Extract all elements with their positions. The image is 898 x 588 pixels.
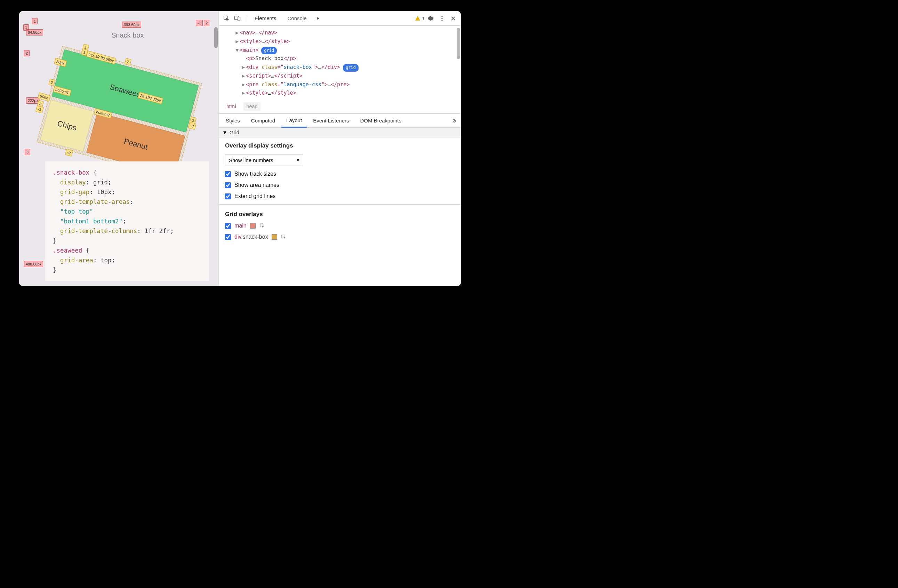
layout-panel-body: Overlay display settings Show line numbe… <box>219 137 461 250</box>
checkbox-label: Show track sizes <box>234 171 276 177</box>
grid-line-number: 2 <box>204 20 209 26</box>
section-grid-header[interactable]: ▼ Grid <box>219 128 461 137</box>
close-icon[interactable] <box>448 14 458 23</box>
checkbox[interactable] <box>225 171 231 177</box>
reveal-node-icon[interactable] <box>281 234 287 240</box>
subtab-dombreak[interactable]: DOM Breakpoints <box>355 114 406 127</box>
grid-line-number: 1 <box>32 18 38 25</box>
grid-line-number-neg: -2 <box>65 149 73 157</box>
overlay-element-name[interactable]: div.snack-box <box>234 234 268 240</box>
css-source: .snack-box { display: grid; grid-gap: 10… <box>45 162 209 281</box>
grid-badge[interactable]: grid <box>261 47 277 55</box>
dom-node[interactable]: ▶<script>…</script> <box>223 72 457 80</box>
overlay-height: 64.80px <box>26 29 43 35</box>
dom-node[interactable]: <p>Snack box</p> <box>223 54 457 63</box>
dom-breadcrumbs: html head <box>219 101 461 114</box>
page-viewport: Snack box 1 393.60px -1 2 1 64.80px 2 22… <box>19 11 218 161</box>
page-title: Snack box <box>111 31 144 39</box>
dom-tree[interactable]: ▶<nav>…</nav> ▶<style>…</style> ▼<main>g… <box>219 26 461 101</box>
grid-line-number-neg: -3 <box>35 105 44 114</box>
overlay-settings-heading: Overlay display settings <box>225 142 455 149</box>
overlay-row-snackbox: div.snack-box <box>225 234 455 240</box>
subtab-layout[interactable]: Layout <box>281 114 307 128</box>
dom-node[interactable]: ▶<pre class="language-css">…</pre> <box>223 80 457 89</box>
devtools-panel: Elements Console 1 ▶<nav>…</nav> ▶< <box>219 11 461 286</box>
check-track-sizes[interactable]: Show track sizes <box>225 171 455 177</box>
chevron-down-icon: ▾ <box>297 157 300 163</box>
grid-line-number: 2 <box>24 50 29 56</box>
scrollbar-thumb[interactable] <box>457 28 460 59</box>
crumb-html[interactable]: html <box>224 102 238 111</box>
line-numbers-select[interactable]: Show line numbers ▾ <box>225 154 303 166</box>
overlay-height: 480.60px <box>24 261 43 267</box>
grid-line-number-neg: -1 <box>196 20 203 26</box>
tab-console[interactable]: Console <box>283 12 312 25</box>
subtab-computed[interactable]: Computed <box>246 114 280 127</box>
grid-item-label: Peanut <box>123 137 149 152</box>
checkbox[interactable] <box>225 182 231 188</box>
overlay-element-name[interactable]: main <box>234 223 247 229</box>
checkbox-label: Show area names <box>234 182 279 188</box>
check-extend-lines[interactable]: Extend grid lines <box>225 193 455 199</box>
checkbox[interactable] <box>225 223 231 229</box>
grid-snackbox: Seaweed Chips Peanut 1 1 top 1fr·96.66px… <box>41 49 199 173</box>
grid-line-number: 3 <box>25 149 30 155</box>
styles-subtabs: Styles Computed Layout Event Listeners D… <box>219 114 461 128</box>
svg-point-3 <box>441 15 442 17</box>
divider <box>219 204 461 205</box>
grid-item-label: Chips <box>56 119 78 133</box>
overlay-width: 393.60px <box>122 22 141 28</box>
color-swatch[interactable] <box>250 223 255 229</box>
grid-badge[interactable]: grid <box>343 64 358 72</box>
color-swatch[interactable] <box>272 234 277 240</box>
more-tabs-icon[interactable] <box>313 14 323 23</box>
checkbox[interactable] <box>225 194 231 199</box>
checkbox[interactable] <box>225 234 231 240</box>
dom-node[interactable]: ▶<style>…</style> <box>223 37 457 46</box>
subtab-styles[interactable]: Styles <box>221 114 245 127</box>
device-toggle-icon[interactable] <box>233 14 242 23</box>
gear-icon[interactable] <box>426 14 436 23</box>
overlay-row-main: main <box>225 223 455 229</box>
reveal-node-icon[interactable] <box>259 223 265 229</box>
section-title: Grid <box>229 129 239 135</box>
subtab-listeners[interactable]: Event Listeners <box>308 114 354 127</box>
devtools-window: Snack box 1 393.60px -1 2 1 64.80px 2 22… <box>19 11 461 286</box>
checkbox-label: Extend grid lines <box>234 193 275 199</box>
grid-overlays-heading: Grid overlays <box>225 211 455 218</box>
select-value: Show line numbers <box>229 157 274 163</box>
crumb-head[interactable]: head <box>243 102 260 111</box>
tab-elements[interactable]: Elements <box>250 12 281 25</box>
dom-node[interactable]: ▶<nav>…</nav> <box>223 29 457 37</box>
grid-item-label: Seaweed <box>109 82 141 100</box>
inspected-page: Snack box 1 393.60px -1 2 1 64.80px 2 22… <box>19 11 219 286</box>
dom-node[interactable]: ▼<main>grid <box>223 46 457 55</box>
check-area-names[interactable]: Show area names <box>225 182 455 188</box>
inspect-element-icon[interactable] <box>221 14 231 23</box>
dom-node[interactable]: ▶<div class="snack-box">…</div>grid <box>223 63 457 72</box>
dom-node[interactable]: ▶<style>…</style> <box>223 89 457 97</box>
svg-point-5 <box>441 20 442 21</box>
issues-counter[interactable]: 1 <box>415 15 424 21</box>
devtools-toolbar: Elements Console 1 <box>219 11 461 26</box>
disclosure-triangle-icon: ▼ <box>222 129 228 135</box>
svg-point-4 <box>441 18 442 19</box>
kebab-menu-icon[interactable] <box>437 14 447 23</box>
toolbar-divider <box>246 15 246 22</box>
scrollbar-thumb[interactable] <box>214 27 218 48</box>
issues-count: 1 <box>422 15 424 21</box>
svg-rect-2 <box>238 17 240 20</box>
more-tabs-icon[interactable] <box>449 116 459 126</box>
